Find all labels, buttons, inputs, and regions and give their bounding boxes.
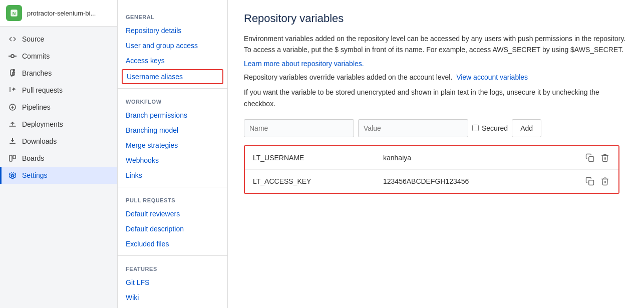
sidebar-item-pipelines[interactable]: Pipelines	[0, 99, 117, 116]
settings-excluded-files[interactable]: Excluded files	[118, 236, 227, 251]
settings-default-description[interactable]: Default description	[118, 221, 227, 236]
settings-section-general: GENERAL Repository details User and grou…	[118, 8, 227, 84]
description-block-2: Repository variables override variables …	[244, 72, 628, 83]
sidebar-item-downloads[interactable]: Downloads	[0, 133, 117, 150]
svg-rect-8	[10, 155, 12, 161]
sidebar-nav: Source Commits Branches Pull requests Pi…	[0, 27, 117, 188]
var-name-2: LT_ACCESS_KEY	[253, 177, 383, 185]
settings-merge-strategies[interactable]: Merge strategies	[118, 138, 227, 153]
settings-wiki[interactable]: Wiki	[118, 290, 227, 305]
svg-text:N: N	[13, 11, 16, 16]
download-icon	[8, 137, 17, 146]
sidebar-item-settings-label: Settings	[22, 171, 48, 179]
settings-repo-details[interactable]: Repository details	[118, 23, 227, 38]
description-block-3: If you want the variable to be stored un…	[244, 87, 628, 109]
settings-webhooks[interactable]: Webhooks	[118, 153, 227, 168]
settings-username-aliases[interactable]: Username aliases	[122, 69, 223, 84]
sidebar-item-source-label: Source	[22, 35, 44, 43]
gear-icon	[8, 171, 17, 180]
copy-button-2[interactable]	[584, 176, 595, 187]
svg-point-2	[11, 55, 14, 58]
learn-more-link[interactable]: Learn more about repository variables.	[244, 60, 364, 68]
sidebar-item-branches[interactable]: Branches	[0, 65, 117, 82]
settings-menu: GENERAL Repository details User and grou…	[118, 0, 228, 308]
variables-table: LT_USERNAME kanhaiya LT_ACCESS_KEY 12345…	[244, 145, 619, 194]
repo-logo: N	[6, 5, 22, 21]
add-button[interactable]: Add	[512, 119, 541, 137]
pipeline-icon	[8, 103, 17, 112]
view-account-variables-link[interactable]: View account variables	[456, 73, 528, 81]
svg-rect-11	[589, 180, 594, 185]
settings-section-features: FEATURES Git LFS Wiki Issue tracker	[118, 260, 227, 308]
divider-2	[118, 187, 227, 187]
sidebar-item-pr-label: Pull requests	[22, 86, 63, 94]
description-2: Repository variables override variables …	[244, 73, 452, 81]
main-content: Repository variables Environment variabl…	[228, 0, 644, 308]
board-icon	[8, 154, 17, 163]
sidebar-item-source[interactable]: Source	[0, 31, 117, 48]
sidebar-item-commits-label: Commits	[22, 52, 50, 60]
branch-icon	[8, 69, 17, 78]
secured-checkbox[interactable]	[472, 125, 479, 131]
sidebar-item-commits[interactable]: Commits	[0, 48, 117, 65]
sidebar-item-boards[interactable]: Boards	[0, 150, 117, 167]
sidebar-item-boards-label: Boards	[22, 154, 44, 162]
name-input[interactable]	[244, 119, 354, 137]
settings-access-keys[interactable]: Access keys	[118, 53, 227, 68]
sidebar-item-settings[interactable]: Settings	[0, 167, 117, 184]
workflow-section-title: WORKFLOW	[118, 93, 227, 108]
table-row: LT_USERNAME kanhaiya	[245, 146, 618, 170]
pr-section-title: PULL REQUESTS	[118, 191, 227, 206]
sidebar-item-deployments-label: Deployments	[22, 120, 63, 128]
page-title: Repository variables	[244, 12, 628, 25]
commit-icon	[8, 52, 17, 61]
description-3: If you want the variable to be stored un…	[244, 88, 599, 107]
delete-button-1[interactable]	[599, 152, 610, 163]
settings-links[interactable]: Links	[118, 168, 227, 183]
secured-label-text: Secured	[482, 124, 508, 132]
settings-section-workflow: WORKFLOW Branch permissions Branching mo…	[118, 93, 227, 183]
delete-button-2[interactable]	[599, 176, 610, 187]
general-section-title: GENERAL	[118, 8, 227, 23]
table-row: LT_ACCESS_KEY 123456ABCDEFGH123456	[245, 170, 618, 193]
divider-3	[118, 255, 227, 256]
var-value-2: 123456ABCDEFGH123456	[383, 177, 584, 185]
settings-user-group-access[interactable]: User and group access	[118, 38, 227, 53]
settings-issue-tracker[interactable]: Issue tracker	[118, 305, 227, 308]
sidebar-item-pipelines-label: Pipelines	[22, 103, 51, 111]
var-actions-2	[584, 176, 610, 187]
svg-rect-9	[13, 155, 16, 159]
settings-section-pull-requests: PULL REQUESTS Default reviewers Default …	[118, 191, 227, 251]
sidebar-header: N protractor-selenium-bi...	[0, 0, 117, 27]
features-section-title: FEATURES	[118, 260, 227, 275]
svg-rect-10	[589, 157, 594, 162]
divider-1	[118, 88, 227, 89]
repo-name: protractor-selenium-bi...	[27, 10, 96, 17]
secured-label: Secured	[472, 124, 508, 132]
settings-branch-permissions[interactable]: Branch permissions	[118, 108, 227, 123]
settings-branching-model[interactable]: Branching model	[118, 123, 227, 138]
var-value-1: kanhaiya	[383, 154, 584, 162]
var-actions-1	[584, 152, 610, 163]
var-name-1: LT_USERNAME	[253, 154, 383, 162]
description-block-link: Learn more about repository variables.	[244, 60, 628, 68]
value-input[interactable]	[358, 119, 468, 137]
description-block-1: Environment variables added on the repos…	[244, 33, 628, 56]
code-icon	[8, 35, 17, 44]
sidebar-item-downloads-label: Downloads	[22, 137, 57, 145]
deploy-icon	[8, 120, 17, 129]
settings-git-lfs[interactable]: Git LFS	[118, 275, 227, 290]
sidebar-item-branches-label: Branches	[22, 69, 52, 77]
description-1: Environment variables added on the repos…	[244, 35, 625, 54]
variables-form: Secured Add	[244, 119, 628, 137]
sidebar-item-pull-requests[interactable]: Pull requests	[0, 82, 117, 99]
svg-rect-7	[10, 143, 16, 144]
left-sidebar: N protractor-selenium-bi... Source Commi…	[0, 0, 118, 308]
pr-icon	[8, 86, 17, 95]
copy-button-1[interactable]	[584, 152, 595, 163]
settings-default-reviewers[interactable]: Default reviewers	[118, 206, 227, 221]
sidebar-item-deployments[interactable]: Deployments	[0, 116, 117, 133]
